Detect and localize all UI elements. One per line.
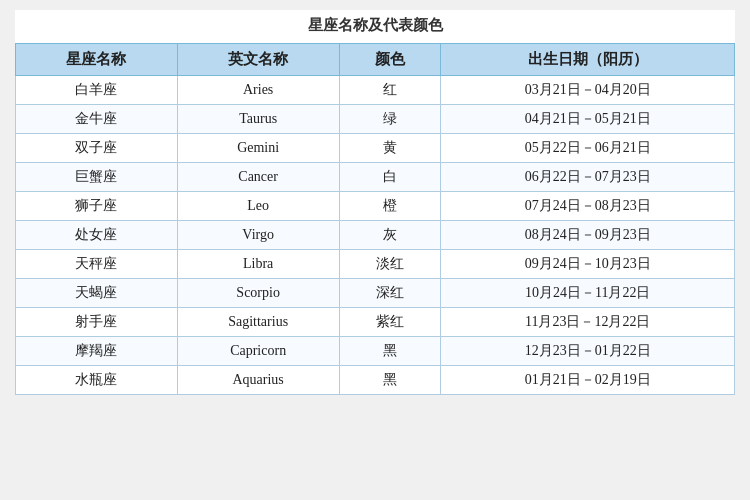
table-row: 摩羯座Capricorn黑12月23日－01月22日 [16,337,735,366]
cell-dates: 03月21日－04月20日 [441,76,735,105]
cell-english-name: Scorpio [177,279,339,308]
table-row: 天秤座Libra淡红09月24日－10月23日 [16,250,735,279]
cell-color: 绿 [339,105,441,134]
cell-english-name: Sagittarius [177,308,339,337]
main-container: 星座名称及代表颜色 星座名称 英文名称 颜色 出生日期（阳历） 白羊座Aries… [15,10,735,395]
table-row: 巨蟹座Cancer白06月22日－07月23日 [16,163,735,192]
zodiac-table: 星座名称 英文名称 颜色 出生日期（阳历） 白羊座Aries红03月21日－04… [15,43,735,395]
cell-chinese-name: 处女座 [16,221,178,250]
cell-color: 灰 [339,221,441,250]
cell-color: 紫红 [339,308,441,337]
header-color: 颜色 [339,44,441,76]
cell-chinese-name: 水瓶座 [16,366,178,395]
table-row: 金牛座Taurus绿04月21日－05月21日 [16,105,735,134]
cell-color: 黑 [339,366,441,395]
cell-chinese-name: 白羊座 [16,76,178,105]
cell-dates: 06月22日－07月23日 [441,163,735,192]
cell-english-name: Capricorn [177,337,339,366]
cell-english-name: Aquarius [177,366,339,395]
cell-chinese-name: 摩羯座 [16,337,178,366]
cell-color: 黄 [339,134,441,163]
cell-dates: 09月24日－10月23日 [441,250,735,279]
cell-dates: 04月21日－05月21日 [441,105,735,134]
header-english-name: 英文名称 [177,44,339,76]
cell-color: 红 [339,76,441,105]
cell-color: 白 [339,163,441,192]
cell-english-name: Virgo [177,221,339,250]
header-dates: 出生日期（阳历） [441,44,735,76]
table-row: 天蝎座Scorpio深红10月24日－11月22日 [16,279,735,308]
table-row: 射手座Sagittarius紫红11月23日－12月22日 [16,308,735,337]
cell-color: 深红 [339,279,441,308]
cell-chinese-name: 狮子座 [16,192,178,221]
cell-chinese-name: 巨蟹座 [16,163,178,192]
cell-dates: 01月21日－02月19日 [441,366,735,395]
cell-english-name: Libra [177,250,339,279]
cell-english-name: Gemini [177,134,339,163]
cell-dates: 08月24日－09月23日 [441,221,735,250]
table-row: 双子座Gemini黄05月22日－06月21日 [16,134,735,163]
cell-dates: 11月23日－12月22日 [441,308,735,337]
cell-dates: 07月24日－08月23日 [441,192,735,221]
cell-chinese-name: 天秤座 [16,250,178,279]
cell-english-name: Aries [177,76,339,105]
cell-chinese-name: 金牛座 [16,105,178,134]
cell-english-name: Taurus [177,105,339,134]
table-header-row: 星座名称 英文名称 颜色 出生日期（阳历） [16,44,735,76]
cell-dates: 05月22日－06月21日 [441,134,735,163]
cell-color: 橙 [339,192,441,221]
cell-english-name: Cancer [177,163,339,192]
cell-color: 淡红 [339,250,441,279]
cell-chinese-name: 天蝎座 [16,279,178,308]
page-title: 星座名称及代表颜色 [15,10,735,43]
cell-chinese-name: 双子座 [16,134,178,163]
table-row: 处女座Virgo灰08月24日－09月23日 [16,221,735,250]
header-chinese-name: 星座名称 [16,44,178,76]
table-row: 水瓶座Aquarius黑01月21日－02月19日 [16,366,735,395]
cell-english-name: Leo [177,192,339,221]
table-row: 白羊座Aries红03月21日－04月20日 [16,76,735,105]
cell-dates: 12月23日－01月22日 [441,337,735,366]
cell-color: 黑 [339,337,441,366]
cell-chinese-name: 射手座 [16,308,178,337]
table-row: 狮子座Leo橙07月24日－08月23日 [16,192,735,221]
cell-dates: 10月24日－11月22日 [441,279,735,308]
